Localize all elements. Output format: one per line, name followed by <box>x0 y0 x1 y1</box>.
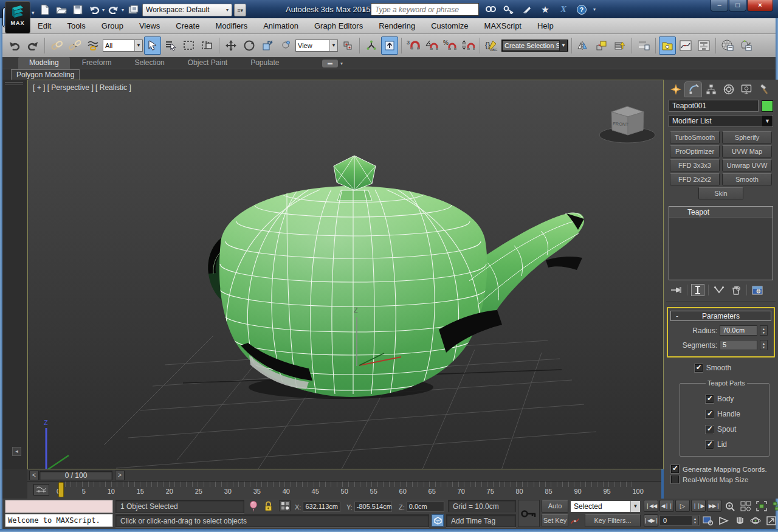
redo-scene-icon[interactable] <box>24 36 41 55</box>
modifier-preset-button[interactable]: FFD 3x3x3 <box>670 159 720 171</box>
modifier-preset-button[interactable]: TurboSmooth <box>670 131 720 143</box>
exchange-apps-icon[interactable]: X <box>557 4 570 16</box>
create-tab-icon[interactable] <box>667 82 684 97</box>
zoom-extents-all-icon[interactable] <box>770 500 778 512</box>
mapping-checkbox[interactable] <box>671 475 679 483</box>
mirror-icon[interactable] <box>575 36 592 55</box>
menu-item[interactable]: Help <box>537 21 554 30</box>
select-and-scale-icon[interactable] <box>259 36 276 55</box>
z-field[interactable]: 0.0cm <box>407 502 444 512</box>
perspective-viewport[interactable]: [ + ] [ Perspective ] [ Realistic ] <box>27 80 664 469</box>
smooth-checkbox[interactable] <box>695 364 703 372</box>
named-selection-dropdown[interactable]: Create Selection Se▼ <box>501 40 568 52</box>
configure-modifier-sets-icon[interactable] <box>751 284 764 296</box>
percent-snap-toggle-icon[interactable]: % <box>441 36 458 55</box>
snaps-toggle-icon[interactable]: 3 <box>405 36 422 55</box>
teapot-part-checkbox[interactable] <box>706 426 714 434</box>
previous-frame-button[interactable]: < <box>29 471 39 480</box>
save-icon[interactable] <box>71 3 85 16</box>
absolute-mode-transform-icon[interactable] <box>279 500 291 511</box>
search-icon[interactable] <box>484 4 497 16</box>
menu-item[interactable]: Tools <box>67 21 85 30</box>
menu-item[interactable]: Animation <box>263 21 298 30</box>
set-keys-button[interactable] <box>518 500 540 527</box>
maxscript-mini-recorder[interactable] <box>5 500 113 513</box>
x-field[interactable]: 632.113cm <box>303 502 340 512</box>
expand-panel-icon[interactable]: ◂ <box>12 447 21 456</box>
edit-named-selection-sets-icon[interactable]: {}ABC <box>483 36 500 55</box>
mapping-option-row[interactable]: Real-World Map Size <box>671 475 773 483</box>
frame-spinner[interactable]: ▲▼ <box>691 516 699 525</box>
auto-key-button[interactable]: Auto Key <box>542 500 568 513</box>
modifier-preset-button[interactable]: Unwrap UVW <box>722 159 772 171</box>
zoom-all-icon[interactable] <box>738 500 753 512</box>
modifier-preset-button[interactable]: Smooth <box>722 173 772 185</box>
time-slider[interactable]: 0 / 100 <box>40 471 112 480</box>
render-production-icon[interactable] <box>737 36 754 55</box>
toolbar-overflow-button[interactable]: ≡▾ <box>234 4 246 16</box>
menu-item[interactable]: Rendering <box>379 21 415 30</box>
orbit-icon[interactable] <box>748 514 763 527</box>
menu-item[interactable]: Customize <box>431 21 468 30</box>
modifier-stack[interactable]: Teapot <box>669 206 773 280</box>
viewport-canvas[interactable]: Z FRONT Z <box>28 80 663 469</box>
select-object-icon[interactable] <box>144 36 161 55</box>
modify-tab-icon[interactable] <box>685 82 701 97</box>
ribbon-config-caret-icon[interactable]: ▾ <box>340 61 343 67</box>
modifier-stack-item[interactable]: Teapot <box>669 207 773 218</box>
motion-tab-icon[interactable] <box>720 82 737 97</box>
subscription-key-icon[interactable] <box>502 4 515 16</box>
schematic-view-icon[interactable] <box>695 36 712 55</box>
open-mini-curve-editor-icon[interactable] <box>33 484 49 496</box>
window-crossing-toggle-icon[interactable] <box>199 36 216 55</box>
teapot-part-row[interactable]: Body <box>706 395 764 403</box>
set-key-button[interactable]: Set Key <box>542 514 568 527</box>
viewport-label[interactable]: [ + ] [ Perspective ] [ Realistic ] <box>33 83 131 92</box>
go-to-end-icon[interactable]: ▶▶❘ <box>707 500 721 512</box>
zoom-region-icon[interactable] <box>701 514 715 527</box>
display-tab-icon[interactable] <box>738 82 754 97</box>
close-button[interactable]: × <box>747 0 773 12</box>
menu-item[interactable]: Modifiers <box>215 21 247 30</box>
selection-lock-toggle-icon[interactable] <box>264 501 273 514</box>
ribbon-minimize-icon[interactable]: ▬ <box>322 60 338 67</box>
menu-item[interactable]: Graph Editors <box>314 21 363 30</box>
viewcube[interactable]: FRONT <box>599 106 655 143</box>
undo-scene-icon[interactable] <box>6 36 23 55</box>
project-folder-icon[interactable] <box>126 3 140 16</box>
ribbon-tab[interactable]: Selection <box>123 57 175 69</box>
mapping-option-row[interactable]: Generate Mapping Coords. <box>671 465 773 473</box>
redo-icon[interactable] <box>106 3 121 16</box>
menu-item[interactable]: MAXScript <box>484 21 522 30</box>
curve-editor-icon[interactable] <box>677 36 694 55</box>
select-by-name-icon[interactable] <box>162 36 179 55</box>
workspace-dropdown[interactable]: Workspace: Default ▾ <box>142 4 232 16</box>
maxscript-mini-listener[interactable]: Welcome to MAXScript. <box>5 514 113 527</box>
new-file-icon[interactable] <box>38 3 52 16</box>
help-dropdown-icon[interactable]: ▾ <box>593 7 596 12</box>
teapot-part-row[interactable]: Lid <box>706 440 764 449</box>
teapot-part-checkbox[interactable] <box>706 410 714 418</box>
ribbon-tab[interactable]: Populate <box>239 57 290 69</box>
pan-icon[interactable] <box>732 514 747 527</box>
snap-cycle-icon[interactable] <box>277 36 294 55</box>
undo-icon[interactable] <box>87 3 102 16</box>
track-bar[interactable]: 0510152025303540455055606570758085909510… <box>27 482 661 499</box>
current-frame-field[interactable]: 0 ▲▼ <box>659 515 700 526</box>
angle-snap-toggle-icon[interactable] <box>423 36 440 55</box>
modifier-preset-button[interactable]: FFD 2x2x2 <box>670 173 720 185</box>
modifier-preset-button[interactable]: ProOptimizer <box>670 145 720 157</box>
object-color-swatch[interactable] <box>762 100 773 112</box>
search-input[interactable] <box>371 3 479 16</box>
play-icon[interactable]: ▷ <box>675 500 690 512</box>
default-in-out-tangents-icon[interactable] <box>570 515 582 527</box>
render-setup-icon[interactable] <box>719 36 736 55</box>
utilities-tab-icon[interactable] <box>756 82 772 97</box>
radius-field[interactable]: 70.0cm <box>720 325 757 336</box>
modifier-preset-button[interactable]: Spherify <box>722 131 772 143</box>
zoom-icon[interactable] <box>723 500 737 512</box>
current-frame-marker[interactable] <box>58 482 64 497</box>
add-time-tag[interactable]: Add Time Tag <box>446 514 516 527</box>
select-and-manipulate-icon[interactable] <box>363 36 380 55</box>
zoom-extents-icon[interactable] <box>754 500 769 512</box>
